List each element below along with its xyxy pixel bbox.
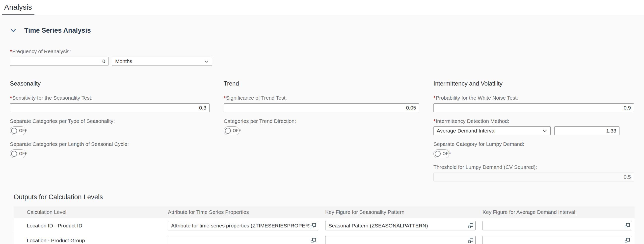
toggle-knob [225, 128, 231, 134]
toggle-state-label: OFF [233, 128, 241, 133]
white-noise-input[interactable] [434, 103, 634, 112]
detection-method-label: *Intermittency Detection Method: [434, 118, 634, 124]
significance-input[interactable] [224, 103, 419, 112]
detection-method-value: Average Demand Interval [437, 128, 496, 134]
detection-method-select[interactable]: Average Demand Interval [434, 126, 550, 135]
frequency-unit-select[interactable]: Months [112, 57, 212, 66]
chevron-down-icon [204, 59, 209, 64]
table-row: Location ID - Product ID [14, 218, 634, 233]
tab-analysis[interactable]: Analysis [2, 0, 34, 15]
seasonality-pattern-value-help-field [325, 221, 476, 231]
value-help-icon[interactable] [468, 238, 473, 243]
calculation-level-cell: Location - Product Group [14, 238, 164, 244]
separate-categories-type-label: Separate Categories per Type of Seasonal… [10, 118, 210, 124]
chevron-down-icon [542, 128, 548, 133]
toggle-knob [11, 151, 17, 157]
value-help-icon[interactable] [624, 223, 630, 229]
attribute-value-help-field [168, 236, 318, 244]
group-seasonality: Seasonality *Sensitivity for the Seasona… [10, 80, 210, 181]
separate-categories-type-toggle[interactable]: OFF [10, 126, 26, 135]
chevron-down-icon [10, 27, 16, 34]
white-noise-label: *Probability for the White Noise Test: [434, 95, 634, 101]
required-marker: * [10, 48, 12, 54]
lumpy-threshold-label: Threshold for Lumpy Demand (CV Squared): [434, 164, 634, 170]
value-help-icon[interactable] [310, 238, 316, 243]
content-area: Time Series Analysis *Frequency of Reana… [0, 27, 644, 244]
value-help-icon[interactable] [468, 223, 473, 229]
group-intermittency: Intermittency and Volatility *Probabilit… [434, 80, 634, 181]
frequency-unit-value: Months [115, 58, 132, 64]
column-header-calculation-level: Calculation Level [14, 209, 164, 215]
separate-categories-length-label: Separate Categories per Length of Season… [10, 141, 210, 147]
seasonality-pattern-value-help-field [325, 236, 476, 244]
adi-value-help-field [482, 221, 632, 231]
frequency-input[interactable] [10, 57, 108, 66]
column-header-attribute: Attribute for Time Series Properties [164, 209, 321, 215]
required-marker: * [434, 118, 436, 124]
value-help-icon[interactable] [624, 238, 630, 243]
toggle-state-label: OFF [19, 128, 28, 133]
section-collapse-button[interactable] [10, 27, 16, 34]
adi-input[interactable] [483, 238, 624, 244]
group-title-trend: Trend [224, 80, 419, 87]
section-title: Time Series Analysis [24, 27, 91, 34]
lumpy-threshold-input [434, 173, 634, 181]
required-marker: * [434, 95, 436, 101]
toggle-state-label: OFF [443, 151, 451, 156]
group-title-seasonality: Seasonality [10, 80, 210, 87]
attribute-input[interactable] [168, 223, 310, 229]
adi-value-help-field [482, 236, 632, 244]
analysis-page: Analysis Time Series Analysis *Frequency… [0, 0, 644, 244]
parameter-columns: Seasonality *Sensitivity for the Seasona… [10, 80, 634, 181]
toggle-knob [435, 151, 441, 157]
table-header-row: Calculation Level Attribute for Time Ser… [14, 206, 634, 218]
column-header-adi: Key Figure for Average Demand Interval [478, 209, 634, 215]
adi-input[interactable] [483, 223, 624, 229]
calculation-level-cell: Location ID - Product ID [14, 223, 164, 229]
sensitivity-label: *Sensitivity for the Seasonality Test: [10, 95, 210, 101]
trend-direction-toggle[interactable]: OFF [224, 126, 240, 135]
seasonality-pattern-input[interactable] [326, 223, 468, 229]
required-marker: * [10, 95, 12, 101]
attribute-value-help-field [168, 221, 318, 231]
table-row: Location - Product Group [14, 233, 634, 244]
detection-method-row: Average Demand Interval [434, 126, 634, 135]
toggle-knob [11, 128, 17, 134]
section-header-time-series-analysis: Time Series Analysis [10, 27, 634, 34]
toggle-state-label: OFF [19, 151, 28, 156]
group-title-intermittency: Intermittency and Volatility [434, 80, 634, 87]
separate-categories-length-toggle[interactable]: OFF [10, 149, 26, 158]
attribute-input[interactable] [168, 238, 310, 244]
frequency-row: Months [10, 57, 634, 66]
column-header-seasonality-pattern: Key Figure for Seasonality Pattern [321, 209, 478, 215]
tab-bar: Analysis [0, 0, 644, 15]
trend-direction-label: Categories per Trend Direction: [224, 118, 419, 124]
lumpy-demand-toggle[interactable]: OFF [434, 149, 449, 158]
required-marker: * [224, 95, 226, 101]
value-help-icon[interactable] [310, 223, 316, 229]
lumpy-demand-label: Separate Category for Lumpy Demand: [434, 141, 634, 147]
outputs-section-title: Outputs for Calculation Levels [14, 193, 634, 201]
sensitivity-input[interactable] [10, 103, 210, 112]
frequency-label: *Frequency of Reanalysis: [10, 48, 634, 55]
seasonality-pattern-input[interactable] [326, 238, 468, 244]
outputs-table: Calculation Level Attribute for Time Ser… [14, 206, 634, 244]
detection-method-number-input[interactable] [554, 126, 620, 135]
group-trend: Trend *Significance of Trend Test: Categ… [224, 80, 419, 181]
significance-label: *Significance of Trend Test: [224, 95, 419, 101]
